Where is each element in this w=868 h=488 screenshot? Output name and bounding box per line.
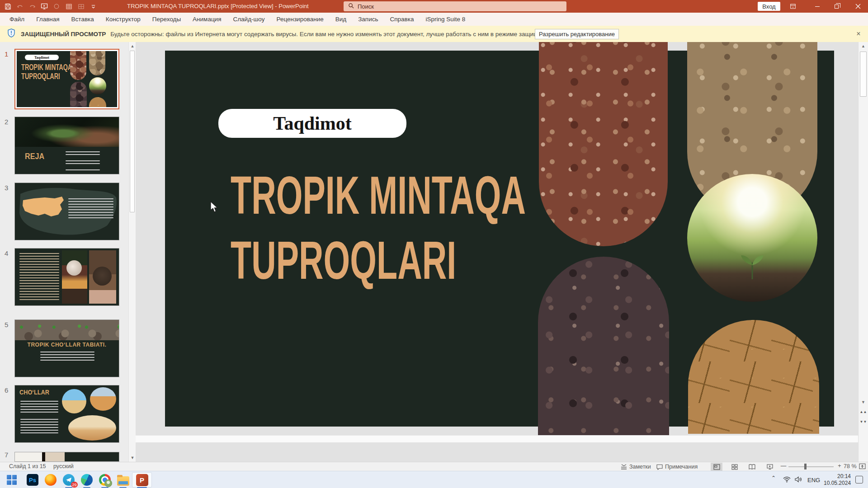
mouse-cursor [209, 201, 219, 213]
slide-thumbnail-3[interactable] [14, 183, 119, 240]
thumbnail-scrollbar-thumb[interactable] [130, 51, 135, 212]
search-input[interactable]: Поиск [344, 1, 566, 11]
tab-ispring[interactable]: iSpring Suite 8 [420, 13, 471, 26]
tab-view[interactable]: Вид [330, 13, 352, 26]
slide-thumbnail-4[interactable] [14, 248, 119, 306]
touch-mode-icon [52, 2, 61, 10]
thumb5-title: TROPIK CHO‘LLAR TABIATI. [15, 342, 119, 348]
title-bar: TROPIK MINTAQA TUPROQLARI.pptx [Protecte… [0, 0, 868, 13]
search-icon [348, 3, 354, 10]
slideshow-view-button[interactable] [764, 463, 776, 471]
thumb4-hand-image [89, 250, 116, 304]
table-icon[interactable] [65, 2, 73, 10]
ribbon-display-options-icon[interactable] [787, 0, 799, 13]
thumb2-photo [15, 117, 119, 147]
slide-title[interactable]: TROPIK MINTAQA TUPROQLARI [231, 163, 526, 293]
start-button[interactable] [5, 474, 18, 486]
slide-thumbnail-7[interactable] [14, 452, 119, 462]
vertical-scrollbar[interactable]: ▲ ▼ ▲▲ ▼▼ [858, 42, 868, 462]
photoshop-icon[interactable]: Ps [26, 474, 39, 486]
notes-toggle[interactable]: Заметки [621, 462, 651, 471]
thumb2-title: REJA [25, 151, 44, 161]
tab-slideshow[interactable]: Слайд-шоу [227, 13, 270, 26]
scroll-up-icon[interactable]: ▲ [859, 42, 868, 50]
thumb6-desert-image [62, 389, 86, 413]
scroll-up-icon[interactable]: ▲ [129, 42, 136, 50]
thumb5-photo [15, 320, 119, 340]
slide-thumbnail-panel: 1 Taqdimot TROPIK MINTAQA TUPROQLARI 2 R… [0, 42, 136, 462]
zoom-out-button[interactable]: — [780, 463, 787, 469]
tab-help[interactable]: Справка [384, 13, 420, 26]
file-explorer-icon[interactable] [117, 474, 129, 486]
language-indicator[interactable]: русский [53, 463, 74, 469]
start-slideshow-icon[interactable] [40, 2, 48, 10]
ribbon-tab-bar: Файл Главная Вставка Конструктор Переход… [0, 13, 868, 26]
minimize-button[interactable] [811, 0, 824, 13]
input-language[interactable]: ENG [807, 477, 820, 483]
firefox-icon[interactable] [44, 474, 57, 486]
enable-editing-button[interactable]: Разрешить редактирование [535, 29, 619, 39]
notification-center-icon[interactable] [855, 476, 863, 483]
comments-toggle[interactable]: Примечания [656, 462, 698, 471]
tab-file[interactable]: Файл [4, 13, 30, 26]
tab-transitions[interactable]: Переходы [146, 13, 187, 26]
sign-in-button[interactable]: Вход [758, 2, 780, 11]
thumb1-clay-image [89, 97, 106, 107]
thumb-number-6: 6 [5, 386, 14, 394]
tab-insert[interactable]: Вставка [66, 13, 100, 26]
slide-badge-pill[interactable]: Taqdimot [218, 109, 406, 138]
slide-thumbnail-5[interactable]: TROPIK CHO‘LLAR TABIATI. [14, 319, 119, 377]
quick-access-toolbar [4, 0, 97, 13]
tab-design[interactable]: Конструктор [100, 13, 146, 26]
thumb3-usa-map [21, 196, 66, 221]
previous-slide-button[interactable]: ▲▲ [859, 407, 868, 416]
tray-expand-icon[interactable]: ⌃ [771, 475, 776, 481]
windows-taskbar: Ps 29 P ⌃ ENG 20:14 10.05.2024 [0, 471, 868, 488]
normal-view-button[interactable] [711, 463, 722, 471]
status-bar: Слайд 1 из 15 русский Заметки Примечания… [0, 462, 868, 471]
tab-animations[interactable]: Анимация [187, 13, 227, 26]
tab-home[interactable]: Главная [30, 13, 65, 26]
slide-sorter-view-button[interactable] [729, 463, 741, 471]
reading-view-button[interactable] [746, 463, 758, 471]
protected-view-message: Будьте осторожны: файлы из Интернета мог… [110, 31, 591, 38]
thumbnail-scrollbar[interactable]: ▲ ▼ [128, 42, 136, 462]
powerpoint-icon: P [136, 474, 148, 486]
telegram-icon[interactable]: 29 [62, 474, 75, 486]
zoom-level[interactable]: 78 % [844, 463, 857, 469]
date: 10.05.2024 [824, 480, 851, 487]
wifi-icon[interactable] [783, 476, 791, 484]
customize-qat-icon[interactable] [89, 2, 97, 10]
fit-slide-to-window-icon[interactable] [859, 463, 866, 471]
powerpoint-taskbar-button[interactable]: P [132, 472, 152, 488]
next-slide-button[interactable]: ▼▼ [859, 417, 868, 426]
zoom-slider-track[interactable] [788, 466, 834, 467]
thumb1-soil-image [70, 82, 87, 107]
zoom-slider-thumb[interactable] [804, 464, 807, 469]
edge-icon[interactable] [80, 474, 93, 486]
scroll-down-icon[interactable]: ▼ [129, 454, 136, 462]
restore-button[interactable] [830, 0, 843, 13]
slide-title-line1: TROPIK MINTAQA [231, 163, 526, 228]
dismiss-bar-icon[interactable]: × [854, 29, 863, 38]
scroll-down-icon[interactable]: ▼ [859, 398, 868, 406]
slide-thumbnail-2[interactable]: REJA [14, 117, 119, 174]
horizontal-scrollbar[interactable] [136, 435, 858, 442]
close-button[interactable] [852, 0, 864, 13]
soil-image-top-left[interactable] [539, 42, 668, 246]
clock[interactable]: 20:14 10.05.2024 [824, 473, 851, 487]
zoom-in-button[interactable]: + [836, 463, 843, 469]
save-icon[interactable] [4, 2, 12, 10]
volume-icon[interactable] [795, 476, 802, 484]
slide-thumbnail-1[interactable]: Taqdimot TROPIK MINTAQA TUPROQLARI [14, 49, 119, 109]
tab-review[interactable]: Рецензирование [270, 13, 329, 26]
slide-thumbnail-6[interactable]: CHO‘LLAR [14, 385, 119, 443]
tab-record[interactable]: Запись [352, 13, 384, 26]
thumb1-soil-image [89, 51, 105, 75]
soil-image-bottom-left[interactable] [538, 257, 669, 436]
chrome-icon[interactable] [99, 474, 111, 486]
vertical-scrollbar-thumb[interactable] [860, 52, 867, 97]
undo-icon [16, 2, 24, 10]
seedling-image[interactable] [687, 174, 817, 302]
slide-editing-canvas[interactable]: Taqdimot TROPIK MINTAQA TUPROQLARI [136, 42, 858, 462]
